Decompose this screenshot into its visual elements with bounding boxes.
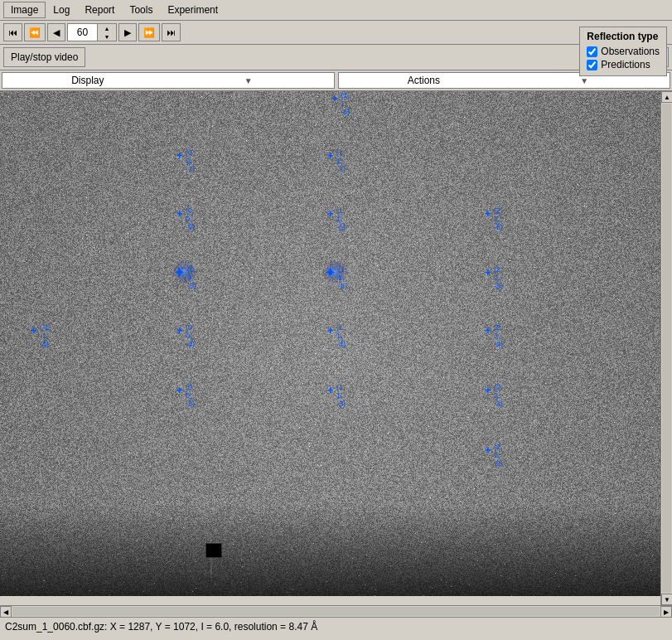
display-arrow: ▼ — [168, 76, 329, 85]
predictions-checkbox[interactable] — [587, 60, 597, 70]
predictions-item: Predictions — [587, 59, 660, 70]
first-frame-button[interactable]: ⏮ — [3, 23, 22, 41]
prev-fast-button[interactable]: ⏪ — [24, 23, 46, 41]
scrollbar-horizontal[interactable]: ◀ ▶ — [0, 605, 672, 617]
observations-label: Observations — [601, 46, 660, 57]
menu-experiment[interactable]: Experiment — [160, 2, 225, 18]
spinner-down[interactable]: ▼ — [98, 32, 116, 41]
menu-tools[interactable]: Tools — [122, 2, 160, 18]
main-area: + (1, 1, -8) + (0, 0, -7) + (1, 1, -7) — [0, 91, 672, 617]
frame-input-group: ▲ ▼ — [67, 23, 117, 41]
scroll-down-button[interactable]: ▼ — [661, 594, 672, 605]
next-fast-button[interactable]: ⏩ — [138, 23, 160, 41]
observations-item: Observations — [587, 46, 660, 57]
reflection-panel-title: Reflection type — [587, 31, 660, 42]
reflection-panel: Reflection type Observations Predictions — [579, 27, 667, 76]
toolbar2: Play/stop video — [0, 45, 672, 70]
menubar: Image Log Report Tools Experiment — [0, 0, 672, 21]
toolbar: ⏮ ⏪ ◀ ▲ ▼ ▶ ⏩ ⏭ — [0, 21, 672, 45]
play-stop-button[interactable]: Play/stop video — [3, 47, 85, 67]
next-button[interactable]: ▶ — [118, 23, 137, 41]
display-dropdown[interactable]: Display ▼ — [2, 72, 335, 89]
actions-arrow: ▼ — [504, 76, 665, 85]
menu-log[interactable]: Log — [46, 2, 77, 18]
menu-image[interactable]: Image — [3, 2, 46, 18]
frame-spinner: ▲ ▼ — [97, 24, 116, 41]
diffraction-image-area[interactable]: + (1, 1, -8) + (0, 0, -7) + (1, 1, -7) — [0, 91, 660, 596]
scroll-right-button[interactable]: ▶ — [660, 606, 672, 618]
frame-input[interactable] — [68, 24, 97, 41]
observations-checkbox[interactable] — [587, 46, 597, 57]
scroll-thumb-v[interactable] — [662, 104, 671, 593]
prev-button[interactable]: ◀ — [47, 23, 65, 41]
scroll-left-button[interactable]: ◀ — [0, 606, 12, 618]
controls-row: Display ▼ Actions ▼ — [0, 70, 672, 91]
menu-report[interactable]: Report — [77, 2, 122, 18]
display-label: Display — [7, 75, 168, 86]
scroll-up-button[interactable]: ▲ — [661, 91, 672, 103]
last-frame-button[interactable]: ⏭ — [162, 23, 181, 41]
status-text: C2sum_1_0060.cbf.gz: X = 1287, Y = 1072,… — [5, 621, 317, 633]
scroll-thumb-h[interactable] — [12, 607, 660, 616]
spinner-up[interactable]: ▲ — [98, 24, 116, 32]
actions-label: Actions — [344, 75, 505, 86]
status-bar: C2sum_1_0060.cbf.gz: X = 1287, Y = 1072,… — [0, 617, 672, 635]
predictions-label: Predictions — [601, 59, 650, 70]
scrollbar-vertical[interactable]: ▲ ▼ — [660, 91, 672, 605]
